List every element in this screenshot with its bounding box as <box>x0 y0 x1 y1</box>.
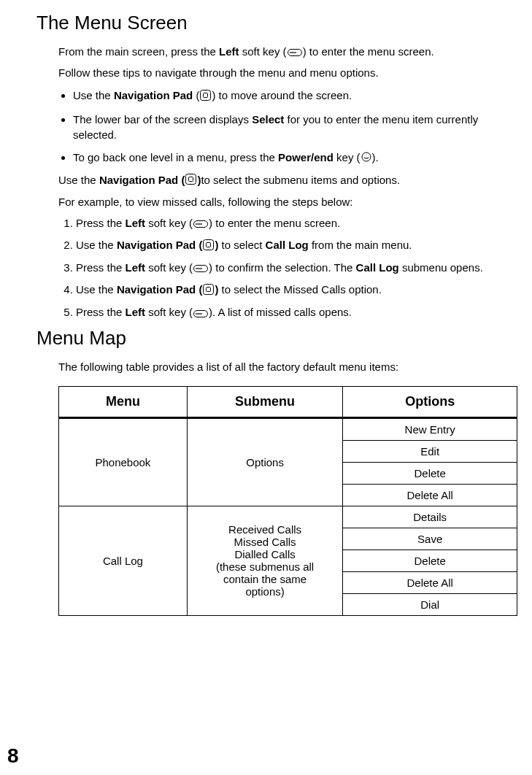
svg-rect-2 <box>201 90 211 100</box>
text: ) to confirm the selection. The <box>209 261 355 274</box>
text: submenu opens. <box>399 261 483 274</box>
heading-menu-map: Menu Map <box>36 327 517 350</box>
submenu-cell-call-log: Received Calls Missed Calls Dialled Call… <box>187 506 343 615</box>
menu-cell-phonebook: Phonebook <box>59 417 188 506</box>
text: soft key ( <box>145 261 193 274</box>
svg-point-4 <box>362 153 371 161</box>
submenu-cell-options: Options <box>187 417 343 506</box>
left-softkey-icon <box>193 306 208 321</box>
table-row: Phonebook Options New Entry <box>59 417 517 440</box>
table-intro: The following table provides a list of a… <box>58 360 517 374</box>
left-key-label: Left <box>126 261 146 274</box>
heading-menu-screen: The Menu Screen <box>36 12 517 34</box>
text: Missed Calls <box>234 536 296 548</box>
menu-cell-call-log: Call Log <box>59 506 188 615</box>
select-label: Select <box>252 113 284 126</box>
option-cell: Edit <box>343 440 517 462</box>
navpad-icon <box>203 239 214 254</box>
option-cell: Delete <box>343 462 517 484</box>
table-row: Call Log Received Calls Missed Calls Dia… <box>59 506 517 528</box>
text: ). A list of missed calls opens. <box>209 306 352 318</box>
step-4: Use the Navigation Pad () to select the … <box>76 282 517 298</box>
navpad-label: Navigation Pad <box>114 89 193 101</box>
navpad-label: Navigation Pad ( <box>117 239 203 251</box>
text: to select the Missed Calls option. <box>218 283 381 296</box>
text: (these submenus all <box>216 560 314 573</box>
option-cell: Details <box>343 506 517 528</box>
navpad-label: Navigation Pad ( <box>99 174 185 186</box>
bullet-item-2: The lower bar of the screen displays Sel… <box>73 112 517 142</box>
text: Use the <box>73 89 114 101</box>
th-submenu: Submenu <box>187 386 343 417</box>
th-options: Options <box>343 386 517 417</box>
page-number: 8 <box>7 744 19 768</box>
text: ) to move around the screen. <box>212 89 352 101</box>
text: Use the <box>76 283 117 296</box>
text: Use the <box>58 174 99 186</box>
text: to select <box>218 239 265 251</box>
text: ) to enter the menu screen. <box>209 217 340 229</box>
text: from the main menu. <box>309 239 412 251</box>
option-cell: Dial <box>343 593 517 615</box>
left-key-label: Left <box>126 306 146 318</box>
svg-rect-10 <box>207 242 211 247</box>
text: Press the <box>76 306 126 318</box>
navpad-label: Navigation Pad ( <box>117 283 203 296</box>
navpad-icon <box>203 283 214 298</box>
left-key-label: Left <box>126 217 146 229</box>
bullet-item-3: To go back one level in a menu, press th… <box>73 150 517 166</box>
step-1: Press the Left soft key () to enter the … <box>76 215 517 232</box>
text: Received Calls <box>228 523 301 536</box>
text: contain the same <box>223 573 307 585</box>
text: ) to enter the menu screen. <box>303 45 434 58</box>
step-2: Use the Navigation Pad () to select Call… <box>76 237 517 254</box>
step-5: Press the Left soft key (). A list of mi… <box>76 304 517 321</box>
intro-paragraph-2: Follow these tips to navigate through th… <box>58 66 517 80</box>
text: Press the <box>76 261 126 274</box>
example-intro: For example, to view missed calls, follo… <box>58 195 517 209</box>
left-softkey-icon <box>193 216 208 231</box>
th-menu: Menu <box>59 386 188 417</box>
text: Use the <box>76 239 117 251</box>
call-log-label: Call Log <box>356 261 399 274</box>
svg-rect-13 <box>204 285 214 295</box>
power-end-label: Power/end <box>278 151 334 163</box>
text: From the main screen, press the <box>58 45 219 58</box>
svg-rect-14 <box>207 288 211 292</box>
power-end-icon <box>361 150 371 166</box>
step-3: Press the Left soft key () to confirm th… <box>76 260 517 277</box>
svg-rect-9 <box>204 239 214 250</box>
menu-map-table: Menu Submenu Options Phonebook Options N… <box>58 386 517 616</box>
text: To go back one level in a menu, press th… <box>73 151 278 163</box>
text: ). <box>372 151 379 163</box>
left-softkey-icon <box>288 45 302 60</box>
bullet-item-1: Use the Navigation Pad () to move around… <box>73 88 517 104</box>
intro-paragraph-1: From the main screen, press the Left sof… <box>58 45 517 60</box>
text: options) <box>245 585 284 598</box>
text: soft key ( <box>145 306 193 318</box>
svg-rect-3 <box>204 93 208 97</box>
text: key ( <box>334 151 361 163</box>
navpad-paragraph: Use the Navigation Pad ()to select the s… <box>58 173 517 188</box>
option-cell: Delete <box>343 550 517 571</box>
option-cell: New Entry <box>343 417 517 440</box>
option-cell: Delete All <box>343 484 517 506</box>
svg-rect-5 <box>186 174 196 185</box>
text: soft key ( <box>145 217 193 229</box>
left-softkey-icon <box>193 261 208 276</box>
option-cell: Delete All <box>343 571 517 593</box>
text: Press the <box>76 217 126 229</box>
left-key-label: Left <box>219 45 239 58</box>
svg-rect-6 <box>189 177 193 182</box>
call-log-label: Call Log <box>266 239 309 251</box>
text: The lower bar of the screen displays <box>73 113 252 126</box>
text: Dialled Calls <box>234 548 295 560</box>
navpad-icon <box>200 89 211 104</box>
text: ( <box>193 89 199 101</box>
text: to select the submenu items and options. <box>201 174 400 186</box>
text: soft key ( <box>239 45 287 58</box>
option-cell: Save <box>343 528 517 550</box>
navpad-icon <box>185 174 196 188</box>
